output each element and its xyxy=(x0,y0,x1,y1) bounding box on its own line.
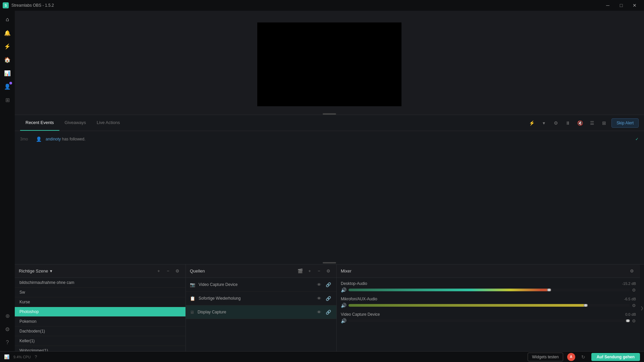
alert-dropdown-button[interactable]: ▾ xyxy=(539,118,548,128)
refresh-button[interactable]: ↻ xyxy=(579,353,587,361)
source-settings-button[interactable]: ⚙ xyxy=(324,267,332,275)
source-remove-button[interactable]: − xyxy=(315,267,323,275)
scene-title: Richtige Szene xyxy=(19,268,48,274)
scene-remove-button[interactable]: − xyxy=(164,267,172,275)
mixer-channel-name: Video Capture Device xyxy=(341,312,380,317)
help-icon[interactable]: ? xyxy=(35,354,37,359)
tab-recent-events[interactable]: Recent Events xyxy=(20,115,59,131)
source-visibility-button[interactable]: 👁 xyxy=(315,308,323,316)
source-replay-icon: 📋 xyxy=(190,296,195,301)
sidebar-item-user[interactable]: 👤 xyxy=(1,80,13,93)
right-edge-panel[interactable]: ❯ xyxy=(640,264,644,351)
scene-item-active[interactable]: Photoshop xyxy=(15,307,185,317)
main-layout: ⌂ 🔔 ⚡ 🏠 📊 👤 ⊞ ⊛ ⚙ ? Recent Events Giveaw… xyxy=(0,11,644,351)
source-item-buttons: 👁 🔗 xyxy=(315,308,332,316)
scene-item[interactable]: Wohnzimmer(1) xyxy=(15,346,185,351)
scene-add-button[interactable]: + xyxy=(155,267,163,275)
source-lock-button[interactable]: 🔗 xyxy=(324,308,332,316)
scene-item[interactable]: Keller(1) xyxy=(15,336,185,346)
test-widgets-button[interactable]: Widgets testen xyxy=(528,353,563,361)
titlebar-controls: ─ □ ✕ xyxy=(601,0,641,11)
go-live-button[interactable]: Auf Sendung gehen xyxy=(591,353,640,361)
mixer-channel-settings[interactable]: ⚙ xyxy=(632,303,636,308)
alert-settings-button[interactable]: ⚙ xyxy=(551,118,560,128)
panel-resize-divider[interactable] xyxy=(15,261,644,264)
app-logo: S xyxy=(3,2,9,8)
mixer-volume-icon[interactable]: 🔊 xyxy=(341,287,346,293)
source-item[interactable]: 📋 Sofortige Wiederholung 👁 🔗 xyxy=(186,292,336,305)
sidebar-bottom: ⊛ ⚙ ? xyxy=(1,310,13,351)
sidebar-item-help[interactable]: ? xyxy=(1,337,13,349)
alert-filter-button[interactable]: ⚡ xyxy=(527,118,536,128)
mixer-volume-icon[interactable]: 🔊 xyxy=(341,303,346,308)
sidebar-item-mixer[interactable]: ⚡ xyxy=(1,40,13,52)
mute-button[interactable]: 🔇 xyxy=(575,118,585,128)
source-visibility-button[interactable]: 👁 xyxy=(315,294,323,302)
source-scene-button[interactable]: 🎬 xyxy=(296,267,304,275)
scene-item[interactable]: bildschirmaufnahme ohne cam xyxy=(15,278,185,288)
mixer-channel-name: Mikrofon/AUX-Audio xyxy=(341,297,377,301)
sidebar-item-apps[interactable]: ⊞ xyxy=(1,94,13,106)
source-visibility-button[interactable]: 👁 xyxy=(315,281,323,289)
sidebar-item-plugins[interactable]: ⊛ xyxy=(1,310,13,322)
mixer-channel-name: Desktop-Audio xyxy=(341,281,367,286)
source-item[interactable]: 📷 Video Capture Device 👁 🔗 xyxy=(186,278,336,292)
mixer-channel-settings[interactable]: ⚙ xyxy=(632,318,636,323)
source-name: Display Capture xyxy=(198,310,312,314)
pause-button[interactable]: ⏸ xyxy=(563,118,573,128)
skip-alert-button[interactable]: Skip Alert xyxy=(611,118,639,128)
sidebar-item-settings[interactable]: ⚙ xyxy=(1,323,13,335)
user-avatar[interactable]: A xyxy=(567,353,575,361)
mixer-channel-mic: Mikrofon/AUX-Audio -6.5 dB 🔊 ⚙ xyxy=(337,295,640,310)
content-area: Recent Events Giveaways Live Actions ⚡ ▾… xyxy=(15,11,644,351)
scene-item[interactable]: Dachboden(1) xyxy=(15,326,185,336)
events-panel: Recent Events Giveaways Live Actions ⚡ ▾… xyxy=(15,115,644,261)
source-lock-button[interactable]: 🔗 xyxy=(324,281,332,289)
tab-giveaways[interactable]: Giveaways xyxy=(59,115,92,131)
mixer-title: Mixer xyxy=(341,268,352,274)
preview-video xyxy=(257,22,401,106)
source-lock-button[interactable]: 🔗 xyxy=(324,294,332,302)
mixer-channel-video: Video Capture Device 0.0 dB 🔊 ⚙ xyxy=(337,310,640,325)
sidebar-item-home[interactable]: ⌂ xyxy=(1,13,13,25)
source-item-active[interactable]: 🖥 Display Capture 👁 🔗 xyxy=(186,305,336,319)
preview-divider[interactable] xyxy=(323,113,336,115)
close-button[interactable]: ✕ xyxy=(628,0,641,11)
mixer-controls: 🔊 ⚙ xyxy=(341,303,636,308)
scene-item[interactable]: Kurse xyxy=(15,297,185,307)
scene-item[interactable]: Pokemon xyxy=(15,317,185,326)
source-display-icon: 🖥 xyxy=(190,310,194,315)
event-user-link[interactable]: andinoty xyxy=(46,137,61,141)
sources-header: Quellen 🎬 + − ⚙ xyxy=(186,264,336,278)
sidebar: ⌂ 🔔 ⚡ 🏠 📊 👤 ⊞ ⊛ ⚙ ? xyxy=(0,11,15,351)
mixer-knob[interactable] xyxy=(626,319,630,322)
mixer-volume-icon[interactable]: 🔊 xyxy=(341,318,346,323)
source-name: Video Capture Device xyxy=(199,282,312,287)
source-item-buttons: 👁 🔗 xyxy=(315,294,332,302)
sidebar-item-stats[interactable]: 📊 xyxy=(1,67,13,79)
mixer-settings-button[interactable]: ⚙ xyxy=(628,267,636,275)
scene-item[interactable]: Sw xyxy=(15,288,185,297)
event-text: andinoty has followed. xyxy=(46,137,631,141)
mixer-knob[interactable] xyxy=(584,304,588,307)
tab-live-actions[interactable]: Live Actions xyxy=(91,115,125,131)
mixer-knob[interactable] xyxy=(547,289,551,291)
source-add-button[interactable]: + xyxy=(306,267,314,275)
scene-dropdown-icon[interactable]: ▾ xyxy=(50,268,52,274)
events-actions: ⚡ ▾ ⚙ ⏸ 🔇 ☰ ⊞ Skip Alert xyxy=(527,118,639,128)
mixer-bar[interactable] xyxy=(348,304,630,307)
scene-settings-button[interactable]: ⚙ xyxy=(173,267,181,275)
sidebar-item-events[interactable]: 🔔 xyxy=(1,27,13,39)
titlebar: S Streamlabs OBS - 1.5.2 ─ □ ✕ xyxy=(0,0,644,11)
app-title: Streamlabs OBS - 1.5.2 xyxy=(11,3,54,8)
mixer-channel-settings[interactable]: ⚙ xyxy=(632,288,636,293)
grid-view-button[interactable]: ⊞ xyxy=(599,118,609,128)
maximize-button[interactable]: □ xyxy=(614,0,628,11)
mixer-bar[interactable] xyxy=(348,319,630,322)
list-view-button[interactable]: ☰ xyxy=(587,118,597,128)
source-camera-icon: 📷 xyxy=(190,282,195,287)
mixer-bar[interactable] xyxy=(348,289,630,291)
minimize-button[interactable]: ─ xyxy=(601,0,614,11)
sidebar-item-theme[interactable]: 🏠 xyxy=(1,54,13,66)
right-edge-arrow-icon: ❯ xyxy=(640,306,644,310)
